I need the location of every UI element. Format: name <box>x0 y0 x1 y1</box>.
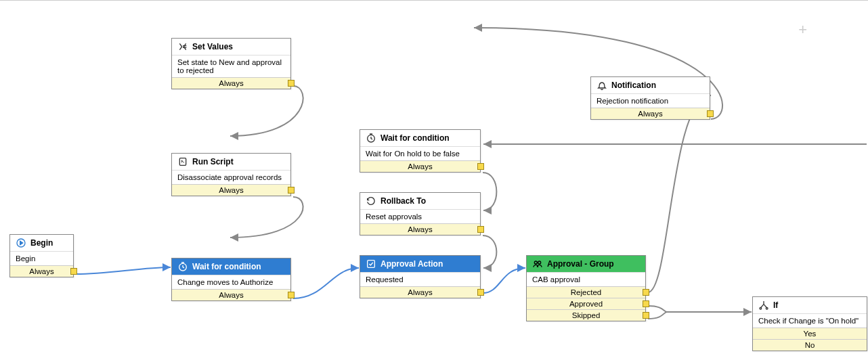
node-set-values[interactable]: Set Values Set state to New and approval… <box>171 38 291 89</box>
node-body: Wait for On hold to be false <box>360 146 480 160</box>
play-icon <box>16 238 26 248</box>
port-icon[interactable] <box>477 226 484 233</box>
node-body: Rejection notification <box>591 93 710 108</box>
svg-point-9 <box>760 307 762 309</box>
port-icon[interactable] <box>643 289 649 296</box>
node-title: Wait for condition <box>381 133 450 143</box>
node-rollback[interactable]: Rollback To Reset approvals Always <box>360 192 481 235</box>
port-icon[interactable] <box>288 292 295 298</box>
node-body: Check if Change is "On hold" <box>753 313 867 328</box>
condition-row[interactable]: Always <box>172 184 290 196</box>
node-title: Begin <box>30 238 53 248</box>
node-title: If <box>773 300 778 310</box>
svg-rect-3 <box>179 158 186 166</box>
port-icon[interactable] <box>643 300 649 307</box>
node-wait-authorize[interactable]: Wait for condition Change moves to Autho… <box>171 258 291 301</box>
node-title: Approval - Group <box>547 259 614 269</box>
node-body: CAB approval <box>527 272 645 286</box>
port-icon[interactable] <box>477 163 484 170</box>
node-notification[interactable]: Notification Rejection notification Alwa… <box>590 76 710 120</box>
node-title: Run Script <box>192 157 234 166</box>
svg-rect-6 <box>368 261 375 268</box>
condition-approved[interactable]: Approved <box>527 298 645 309</box>
branch-icon <box>758 300 769 311</box>
port-icon[interactable] <box>288 80 295 87</box>
node-approval-action[interactable]: Approval Action Requested Always <box>360 255 481 298</box>
condition-rejected[interactable]: Rejected <box>527 286 645 298</box>
node-body: Requested <box>360 272 480 286</box>
node-title: Notification <box>611 81 656 90</box>
port-icon[interactable] <box>707 110 714 117</box>
node-wait-hold[interactable]: Wait for condition Wait for On hold to b… <box>360 129 481 173</box>
node-title: Wait for condition <box>192 262 261 271</box>
add-icon[interactable]: + <box>798 21 807 39</box>
condition-row[interactable]: Always <box>172 77 290 89</box>
node-body: Begin <box>10 251 73 265</box>
condition-row[interactable]: Always <box>172 289 290 300</box>
node-body: Reset approvals <box>360 209 480 223</box>
port-icon[interactable] <box>288 187 295 194</box>
svg-point-8 <box>538 261 541 264</box>
svg-point-10 <box>766 307 768 309</box>
condition-row[interactable]: Always <box>360 286 480 298</box>
variable-icon <box>177 41 188 52</box>
port-icon[interactable] <box>70 268 77 275</box>
node-begin[interactable]: Begin Begin Always <box>9 234 74 277</box>
condition-no[interactable]: No <box>753 339 867 351</box>
node-title: Approval Action <box>381 259 443 269</box>
svg-point-7 <box>534 261 537 264</box>
condition-yes[interactable]: Yes <box>753 328 867 339</box>
condition-row[interactable]: Always <box>591 108 710 119</box>
clock-icon <box>366 133 376 143</box>
port-icon[interactable] <box>477 289 484 296</box>
clock-icon <box>177 261 188 272</box>
condition-skipped[interactable]: Skipped <box>527 309 645 321</box>
node-title: Rollback To <box>381 196 426 206</box>
node-body: Set state to New and approval to rejecte… <box>172 55 290 77</box>
node-approval-group[interactable]: Approval - Group CAB approval Rejected A… <box>526 255 646 321</box>
node-body: Disassociate approval records <box>172 170 290 184</box>
node-title: Set Values <box>192 42 233 51</box>
group-icon <box>532 258 543 269</box>
node-body: Change moves to Authorize <box>172 275 290 289</box>
check-icon <box>366 258 376 269</box>
bell-icon <box>596 80 607 91</box>
condition-row[interactable]: Always <box>10 265 73 277</box>
node-if[interactable]: If Check if Change is "On hold" Yes No <box>752 296 867 351</box>
undo-icon <box>366 196 376 206</box>
node-run-script[interactable]: Run Script Disassociate approval records… <box>171 153 291 196</box>
condition-row[interactable]: Always <box>360 160 480 172</box>
port-icon[interactable] <box>643 312 649 319</box>
condition-row[interactable]: Always <box>360 223 480 235</box>
script-icon <box>177 156 188 167</box>
